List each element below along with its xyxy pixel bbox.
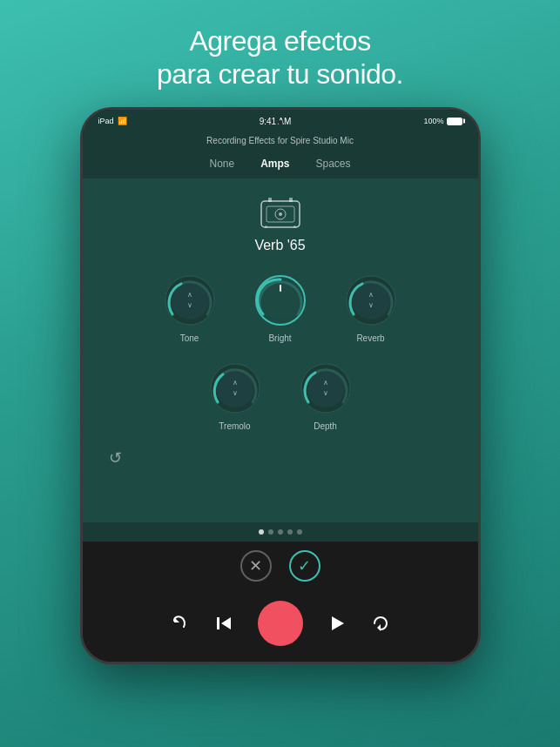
tremolo-knob[interactable]: ∧ ∨ (207, 360, 263, 416)
svg-point-3 (279, 212, 282, 216)
svg-marker-30 (332, 616, 344, 630)
svg-rect-28 (217, 617, 219, 629)
dot-5 (297, 529, 302, 535)
undo-button[interactable] (171, 614, 190, 633)
device-label: iPad (98, 117, 114, 125)
svg-text:∨: ∨ (233, 389, 238, 397)
action-bar: ✕ ✓ (83, 542, 478, 590)
tab-spaces[interactable]: Spaces (316, 158, 351, 170)
main-content: Verb '65 ∧ ∨ (83, 178, 478, 522)
svg-text:∧: ∧ (187, 291, 192, 299)
page-dots (83, 522, 478, 542)
dot-3 (278, 529, 283, 535)
svg-marker-27 (174, 617, 179, 622)
svg-rect-5 (289, 198, 293, 202)
tremolo-label: Tremolo (219, 421, 250, 431)
tab-none[interactable]: None (209, 158, 234, 170)
svg-text:∧: ∧ (368, 291, 374, 299)
svg-marker-31 (377, 624, 381, 631)
screen-title-bar: Recording Effects for Spire Studio Mic (83, 130, 478, 154)
knobs-row-2: ∧ ∨ Tremolo ∧ ∨ (207, 360, 354, 431)
depth-knob-container[interactable]: ∧ ∨ Depth (298, 360, 354, 431)
wifi-icon: 📶 (118, 117, 127, 125)
svg-text:∨: ∨ (323, 389, 328, 397)
reverb-label: Reverb (356, 333, 384, 343)
skip-back-button[interactable] (214, 614, 233, 633)
tab-amps[interactable]: Amps (260, 158, 289, 170)
svg-rect-4 (268, 198, 272, 202)
bright-knob-container[interactable]: Bright (253, 273, 308, 343)
status-time: 9:41 AM (260, 117, 292, 126)
dot-2 (268, 529, 273, 535)
tone-knob[interactable]: ∧ ∨ (162, 273, 218, 328)
reverb-knob-container[interactable]: ∧ ∨ Reverb (343, 273, 399, 343)
cancel-button[interactable]: ✕ (240, 550, 272, 582)
bright-label: Bright (268, 333, 291, 343)
tone-label: Tone (180, 333, 199, 343)
status-left: iPad 📶 (98, 117, 127, 125)
play-button[interactable] (327, 614, 347, 633)
battery-label: 100% (423, 117, 443, 125)
amp-icon (260, 194, 301, 232)
transport-bar (83, 590, 478, 662)
confirm-button[interactable]: ✓ (289, 550, 320, 582)
svg-text:∧: ∧ (233, 379, 238, 387)
svg-text:∨: ∨ (368, 301, 374, 309)
tabs-bar: None Amps Spaces (83, 154, 478, 178)
bright-knob[interactable] (253, 273, 308, 328)
reset-button[interactable]: ↺ (109, 448, 122, 468)
depth-knob[interactable]: ∧ ∨ (298, 360, 354, 416)
header-text: Agrega efectos para crear tu sonido. (157, 24, 403, 91)
svg-rect-14 (280, 285, 281, 292)
loop-button[interactable] (371, 614, 390, 633)
depth-label: Depth (314, 421, 337, 431)
amp-name: Verb '65 (254, 238, 305, 253)
dot-4 (287, 529, 293, 535)
battery-icon (447, 118, 462, 125)
svg-text:∧: ∧ (323, 379, 328, 387)
tone-knob-container[interactable]: ∧ ∨ Tone (162, 273, 218, 343)
dot-1 (259, 529, 264, 535)
svg-text:∨: ∨ (187, 301, 192, 309)
status-right: 100% (423, 117, 462, 125)
record-button[interactable] (258, 601, 303, 646)
reverb-knob[interactable]: ∧ ∨ (343, 273, 399, 328)
ipad-frame: iPad 📶 9:41 AM 100% Recording Effects fo… (80, 107, 481, 664)
knobs-row-1: ∧ ∨ Tone (162, 273, 399, 343)
svg-marker-29 (221, 617, 231, 629)
svg-rect-7 (293, 225, 296, 228)
screen-title: Recording Effects for Spire Studio Mic (206, 136, 354, 145)
tremolo-knob-container[interactable]: ∧ ∨ Tremolo (207, 360, 263, 431)
ipad-camera (278, 120, 282, 124)
svg-rect-6 (265, 225, 267, 228)
